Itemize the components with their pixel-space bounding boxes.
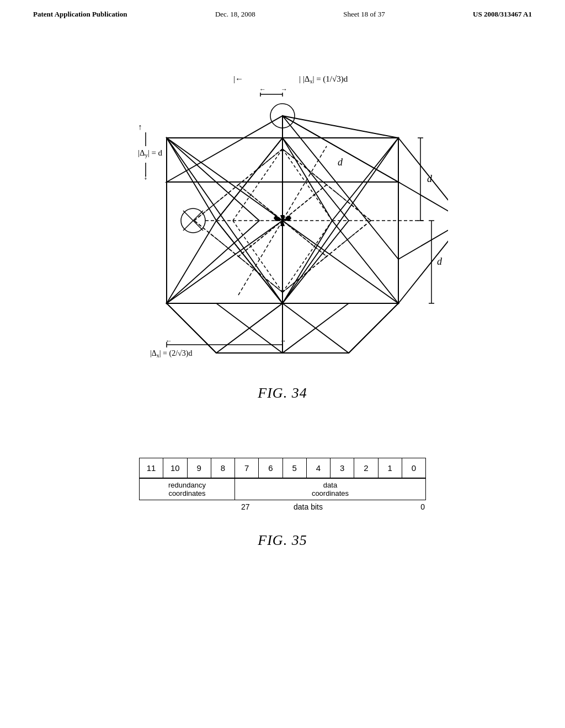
bit-8: 8 <box>211 458 234 478</box>
svg-text:←: ← <box>166 337 172 345</box>
bit-2: 2 <box>354 458 378 478</box>
bit-numbers-row: 11 10 9 8 7 6 5 4 3 2 1 0 <box>140 458 426 478</box>
bits-27-label: 27 <box>241 502 250 511</box>
bit-10: 10 <box>163 458 187 478</box>
bit-5: 5 <box>282 458 306 478</box>
svg-line-64 <box>282 221 332 292</box>
svg-text:|Δx| = (2/√3)d: |Δx| = (2/√3)d <box>150 349 192 358</box>
bit-4: 4 <box>306 458 330 478</box>
bit-7: 7 <box>235 458 259 478</box>
svg-text:d: d <box>437 256 443 267</box>
svg-marker-41 <box>282 303 398 353</box>
bits-row: 27 data bits 0 <box>139 502 426 516</box>
redundancy-label: redundancycoordinates <box>140 479 235 500</box>
svg-line-66 <box>233 149 282 221</box>
svg-text:d: d <box>338 157 343 168</box>
page-header: Patent Application Publication Dec. 18, … <box>0 0 565 19</box>
bit-9: 9 <box>187 458 211 478</box>
svg-text:d: d <box>427 173 433 184</box>
svg-line-63 <box>282 149 332 221</box>
svg-text:↑: ↑ <box>138 122 142 131</box>
svg-text:→: → <box>280 337 286 345</box>
bit-table: 11 10 9 8 7 6 5 4 3 2 1 0 <box>139 458 426 478</box>
label-row: redundancycoordinates datacoordinates <box>140 479 426 500</box>
fig34-label: FIG. 34 <box>258 385 307 402</box>
svg-text:|  |Δx| = (1/√3)d: | |Δx| = (1/√3)d <box>299 74 348 84</box>
fig35-section: 11 10 9 8 7 6 5 4 3 2 1 0 redundancycoor… <box>122 458 443 549</box>
bit-3: 3 <box>331 458 354 478</box>
header-patent: US 2008/313467 A1 <box>473 10 532 19</box>
label-table: redundancycoordinates datacoordinates <box>139 478 426 500</box>
fig35-label: FIG. 35 <box>258 532 307 549</box>
header-date: Dec. 18, 2008 <box>215 10 255 19</box>
fig34-diagram: |← | |Δx| = (1/√3)d ↑ |Δy| = d ↓ <box>117 66 448 375</box>
svg-text:|Δy| = d: |Δy| = d <box>138 148 163 158</box>
svg-marker-15 <box>282 116 398 182</box>
svg-text:←: ← <box>259 85 266 93</box>
bit-11: 11 <box>140 458 163 478</box>
svg-marker-31 <box>167 303 282 353</box>
data-bits-label: data bits <box>294 502 323 511</box>
svg-text:→: → <box>281 85 287 93</box>
fig34-section: |← | |Δx| = (1/√3)d ↑ |Δy| = d ↓ <box>111 66 454 402</box>
svg-marker-42 <box>167 303 282 353</box>
bit-0: 0 <box>402 458 425 478</box>
header-publication: Patent Application Publication <box>33 10 127 19</box>
bits-0-label: 0 <box>420 502 425 511</box>
svg-marker-34 <box>282 138 398 221</box>
bit-6: 6 <box>259 458 282 478</box>
svg-text:|←: |← <box>233 74 243 83</box>
svg-line-65 <box>233 221 282 292</box>
header-sheet: Sheet 18 of 37 <box>343 10 385 19</box>
svg-marker-16 <box>167 116 282 182</box>
bit-1: 1 <box>378 458 402 478</box>
data-coord-label: datacoordinates <box>235 479 426 500</box>
svg-marker-32 <box>282 303 398 353</box>
svg-marker-12 <box>282 116 398 259</box>
